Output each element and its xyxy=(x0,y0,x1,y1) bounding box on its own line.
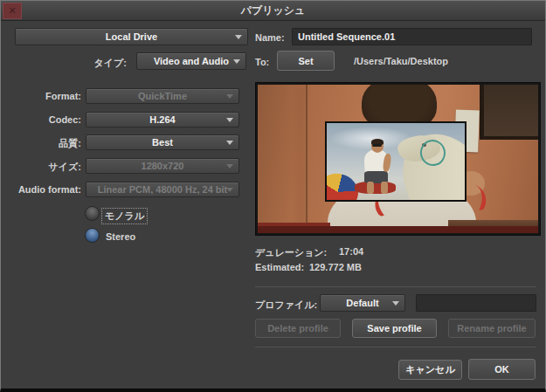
type-select-value: Video and Audio xyxy=(154,56,229,66)
set-button[interactable]: Set xyxy=(277,51,335,71)
quality-label: 品質: xyxy=(1,137,81,150)
picture-in-picture-inset xyxy=(325,121,467,202)
chevron-down-icon xyxy=(226,164,233,168)
rider-leg xyxy=(381,182,388,194)
divider xyxy=(255,286,536,287)
format-select: QuickTime xyxy=(86,88,239,104)
stereo-radio-label[interactable]: Stereo xyxy=(106,231,135,242)
chevron-down-icon xyxy=(235,35,242,39)
estimated-label: Estimated: xyxy=(255,262,304,272)
size-select: 1280x720 xyxy=(86,158,239,174)
profile-select[interactable]: Default xyxy=(320,294,405,312)
mono-radio-icon[interactable] xyxy=(85,206,100,221)
cancel-button[interactable]: キャンセル xyxy=(398,360,462,380)
titlebar: ✕ パブリッシュ xyxy=(1,1,545,21)
railing-strip xyxy=(258,226,538,233)
railing-strip-highlight xyxy=(258,223,330,226)
publish-dialog: ✕ パブリッシュ Local Drive Name: タイプ: Video an… xyxy=(0,0,546,392)
destination-select-value: Local Drive xyxy=(106,31,157,42)
stereo-radio-icon[interactable] xyxy=(85,228,100,243)
profile-name-input[interactable] xyxy=(416,294,536,312)
dialog-title: パブリッシュ xyxy=(1,1,545,20)
preview-frame xyxy=(258,85,538,233)
type-select[interactable]: Video and Audio xyxy=(136,52,246,70)
to-label: To: xyxy=(255,57,269,67)
duration-value: 17:04 xyxy=(339,246,363,257)
rider-sunglasses xyxy=(372,144,382,147)
audio-format-select: Linear PCM, 48000 Hz, 24 bit xyxy=(86,182,239,197)
delete-profile-button: Delete profile xyxy=(255,319,341,338)
quality-select[interactable]: Best xyxy=(86,134,239,150)
divider xyxy=(255,347,536,347)
rider-leg xyxy=(367,182,374,194)
audio-format-label: Audio format: xyxy=(1,184,81,195)
video-preview xyxy=(255,82,541,236)
door-shutter xyxy=(480,85,538,140)
name-input[interactable] xyxy=(292,28,532,45)
chevron-down-icon xyxy=(226,141,233,145)
estimated-value: 129.772 MB xyxy=(309,262,362,272)
ok-button[interactable]: OK xyxy=(468,359,536,380)
size-label: サイズ: xyxy=(1,161,81,174)
profile-select-value: Default xyxy=(346,298,378,308)
red-saddle xyxy=(355,182,396,194)
name-label: Name: xyxy=(255,32,285,43)
type-label: タイプ: xyxy=(53,57,127,70)
chevron-down-icon xyxy=(226,118,233,122)
chevron-down-icon xyxy=(233,59,240,64)
wall-corner-shadow xyxy=(306,85,308,233)
chevron-down-icon xyxy=(226,188,233,192)
rename-profile-button: Rename profile xyxy=(448,319,536,338)
save-profile-button[interactable]: Save profile xyxy=(352,319,437,338)
profile-label: プロファイル: xyxy=(255,299,317,312)
chevron-down-icon xyxy=(392,301,399,306)
codec-label: Codec: xyxy=(1,114,81,125)
format-label: Format: xyxy=(1,91,81,101)
destination-select[interactable]: Local Drive xyxy=(15,28,248,45)
duration-label: デュレーション: xyxy=(255,246,327,259)
destination-path: /Users/Taku/Desktop xyxy=(354,56,448,66)
codec-select[interactable]: H.264 xyxy=(86,112,239,127)
mono-radio-label[interactable]: モノラル xyxy=(101,208,148,224)
chevron-down-icon xyxy=(226,94,233,99)
